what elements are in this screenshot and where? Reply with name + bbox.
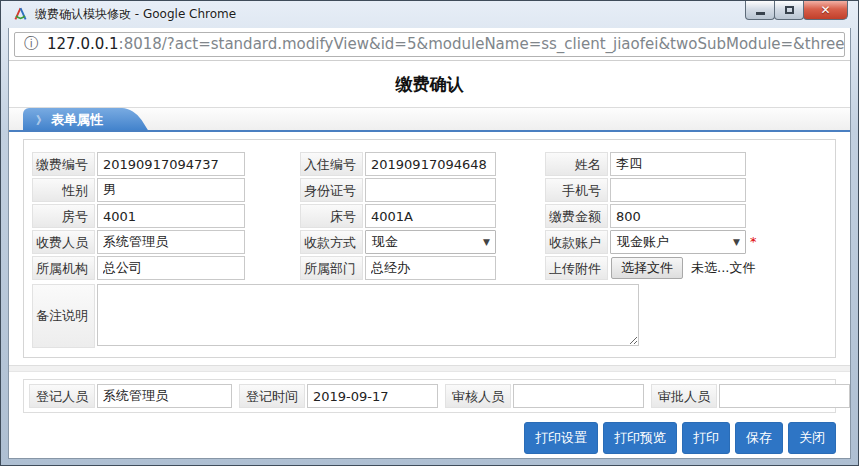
browser-window: 缴费确认模块修改 - Google Chrome ✕ ⓘ 127.0.0.1:8… (0, 0, 859, 466)
page-content: 缴费确认 》表单属性 缴费编号 入住编号 姓 (9, 61, 850, 458)
mobile-input[interactable] (610, 178, 746, 202)
close-icon: ✕ (820, 3, 830, 17)
required-asterisk: * (750, 230, 757, 254)
field-label: 房号 (32, 204, 95, 228)
registration-time-input[interactable] (307, 384, 438, 408)
field-label: 床号 (300, 204, 363, 228)
field-mobile: 手机号 (545, 178, 746, 202)
maximize-icon (785, 6, 794, 14)
field-payment-method: 收款方式 现金 ▼ (300, 230, 496, 254)
field-approver: 审批人员 (651, 384, 850, 408)
form-row: 房号 床号 缴费金额 (32, 204, 827, 228)
payment-method-select[interactable]: 现金 ▼ (365, 230, 496, 254)
payment-no-input[interactable] (97, 152, 245, 176)
file-status-text: 未选...文件 (691, 256, 755, 280)
address-bar: ⓘ 127.0.0.1:8018/?act=standard.modifyVie… (9, 28, 850, 61)
registration-info-bar: 登记人员 登记时间 审核人员 审批人员 (23, 379, 836, 413)
window-titlebar: 缴费确认模块修改 - Google Chrome ✕ (8, 1, 851, 28)
field-reviewer: 审核人员 (445, 384, 644, 408)
receiving-account-select[interactable]: 现金账户 ▼ (610, 230, 746, 254)
form-row: 性别 身份证号 手机号 (32, 178, 827, 202)
field-bed-no: 床号 (300, 204, 496, 228)
collector-input[interactable] (97, 230, 245, 254)
print-settings-button[interactable]: 打印设置 (524, 422, 598, 454)
form-row: 收费人员 收款方式 现金 ▼ 收款账户 现金账户 (32, 230, 827, 254)
field-label: 所属部门 (300, 256, 363, 280)
minimize-icon (756, 12, 765, 15)
minimize-button[interactable] (745, 1, 775, 20)
field-label: 登记人员 (29, 384, 95, 408)
url-input[interactable]: ⓘ 127.0.0.1:8018/?act=standard.modifyVie… (14, 32, 845, 57)
save-button[interactable]: 保存 (735, 422, 783, 454)
browser-body: ⓘ 127.0.0.1:8018/?act=standard.modifyVie… (8, 28, 851, 459)
page-info-icon[interactable]: ⓘ (24, 35, 38, 53)
field-payment-amount: 缴费金额 (545, 204, 746, 228)
window-controls: ✕ (746, 1, 848, 20)
bed-no-input[interactable] (365, 204, 496, 228)
page-title: 缴费确认 (9, 73, 850, 96)
field-label: 性别 (32, 178, 95, 202)
field-collector: 收费人员 (32, 230, 245, 254)
field-label: 缴费金额 (545, 204, 608, 228)
app-favicon-icon (12, 6, 29, 23)
tab-form-properties[interactable]: 》表单属性 (23, 108, 119, 130)
department-input[interactable] (365, 256, 496, 280)
remarks-textarea[interactable] (97, 284, 639, 346)
choose-file-button[interactable]: 选择文件 (611, 257, 683, 279)
field-label: 审核人员 (445, 384, 511, 408)
name-input[interactable] (610, 152, 746, 176)
field-label: 身份证号 (300, 178, 363, 202)
field-remarks: 备注说明 (32, 284, 827, 348)
tab-label: 表单属性 (51, 112, 103, 127)
field-label: 上传附件 (545, 256, 608, 280)
field-label: 姓名 (545, 152, 608, 176)
form-row: 所属机构 所属部门 上传附件 选择文件 未选...文件 (32, 256, 827, 280)
tab-chevron-icon: 》 (36, 114, 47, 127)
window-title: 缴费确认模块修改 - Google Chrome (35, 6, 236, 23)
room-no-input[interactable] (97, 204, 245, 228)
tab-strip: 》表单属性 (9, 107, 850, 132)
approver-input[interactable] (719, 384, 850, 408)
registrant-input[interactable] (97, 384, 232, 408)
field-label: 登记时间 (239, 384, 305, 408)
field-label: 所属机构 (32, 256, 95, 280)
payment-amount-input[interactable] (610, 204, 746, 228)
field-department: 所属部门 (300, 256, 496, 280)
dropdown-arrow-icon: ▼ (733, 237, 740, 247)
url-path: :8018/?act=standard.modifyView&id=5&modu… (119, 35, 845, 53)
field-organization: 所属机构 (32, 256, 245, 280)
field-payment-no: 缴费编号 (32, 152, 245, 176)
field-label: 审批人员 (651, 384, 717, 408)
field-gender: 性别 (32, 178, 245, 202)
organization-input[interactable] (97, 256, 245, 280)
field-attachment: 上传附件 选择文件 未选...文件 (545, 256, 755, 280)
dropdown-arrow-icon: ▼ (483, 237, 490, 247)
field-label: 备注说明 (32, 284, 95, 348)
field-label: 收款账户 (545, 230, 608, 254)
close-window-button[interactable]: ✕ (803, 1, 848, 20)
form-panel: 缴费编号 入住编号 姓名 性别 (23, 139, 836, 358)
field-registration-time: 登记时间 (239, 384, 438, 408)
section-divider (9, 365, 850, 372)
selected-option: 现金账户 (617, 233, 669, 251)
close-button[interactable]: 关闭 (788, 422, 836, 454)
field-label: 手机号 (545, 178, 608, 202)
field-registrant: 登记人员 (29, 384, 232, 408)
print-preview-button[interactable]: 打印预览 (603, 422, 677, 454)
gender-input[interactable] (97, 178, 245, 202)
field-label: 收费人员 (32, 230, 95, 254)
reviewer-input[interactable] (513, 384, 644, 408)
field-checkin-no: 入住编号 (300, 152, 496, 176)
print-button[interactable]: 打印 (682, 422, 730, 454)
field-label: 入住编号 (300, 152, 363, 176)
field-label: 收款方式 (300, 230, 363, 254)
maximize-button[interactable] (774, 1, 804, 20)
checkin-no-input[interactable] (365, 152, 496, 176)
form-row: 缴费编号 入住编号 姓名 (32, 152, 827, 176)
field-label: 缴费编号 (32, 152, 95, 176)
selected-option: 现金 (372, 233, 398, 251)
id-card-input[interactable] (365, 178, 496, 202)
field-name: 姓名 (545, 152, 746, 176)
field-id-card: 身份证号 (300, 178, 496, 202)
field-receiving-account: 收款账户 现金账户 ▼ * (545, 230, 757, 254)
